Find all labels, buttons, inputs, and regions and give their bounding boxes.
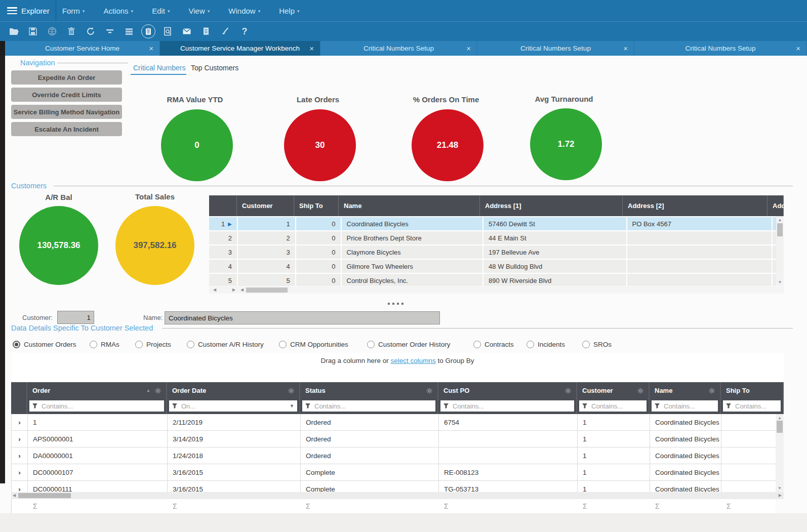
scroll-up-icon[interactable]: ▲	[776, 416, 784, 420]
scrollbar-thumb[interactable]	[246, 288, 288, 293]
hamburger-menu-icon[interactable]	[7, 7, 17, 14]
close-icon[interactable]: ×	[149, 45, 153, 52]
help-question-icon[interactable]: ?	[237, 24, 252, 38]
customer-row[interactable]: 5 5 0 Control Bicycles, Inc. 890 W River…	[209, 274, 784, 286]
customer-field-input[interactable]	[57, 311, 94, 324]
expedite-an-order-button[interactable]: Expedite An Order	[11, 70, 122, 85]
column-options-gear-icon[interactable]	[709, 388, 715, 394]
customers-grid-vertical-scrollbar[interactable]: ▲ ▼	[776, 216, 784, 286]
customer-row[interactable]: 2 2 0 Price Brothers Dept Store 44 E Mai…	[209, 231, 784, 244]
column-header-address-2[interactable]: Address [2]	[623, 195, 768, 216]
tab-customer-service-home[interactable]: Customer Service Home ×	[5, 41, 160, 56]
save-icon[interactable]	[26, 24, 40, 38]
tab-critical-numbers-setup-3[interactable]: Critical Numbers Setup ×	[634, 41, 807, 56]
status-filter-input[interactable]	[302, 400, 435, 412]
select-columns-link[interactable]: select columns	[390, 357, 435, 364]
order-row[interactable]: › APS0000001 3/14/2019 Ordered 1 Coordin…	[12, 431, 784, 447]
close-icon[interactable]: ×	[466, 45, 471, 52]
cust-po-filter-input[interactable]	[440, 400, 574, 412]
orders-grid-vertical-scrollbar[interactable]: ▲ ▼	[776, 414, 784, 492]
menu-help[interactable]: Help▾	[279, 7, 299, 15]
column-options-gear-icon[interactable]	[637, 388, 643, 394]
column-header-status[interactable]: Status	[300, 382, 438, 399]
chevron-down-icon[interactable]: ▼	[290, 403, 294, 408]
row-expand-icon[interactable]: ›	[12, 481, 28, 492]
style-brush-icon[interactable]	[218, 24, 232, 38]
orders-grid-horizontal-scrollbar[interactable]: ◀ ▶	[11, 492, 784, 499]
column-header-address-1[interactable]: Address [1]	[480, 195, 623, 216]
menu-actions[interactable]: Actions▾	[103, 7, 133, 15]
column-options-gear-icon[interactable]	[155, 388, 161, 394]
tab-critical-numbers-setup-1[interactable]: Critical Numbers Setup ×	[320, 41, 477, 56]
customer-row-selected[interactable]: 1▶ 1 0 Coordinated Bicycles 57460 Dewitt…	[209, 217, 784, 230]
tab-customer-service-manager-workbench[interactable]: Customer Service Manager Workbench ×	[160, 41, 320, 56]
column-options-gear-icon[interactable]	[426, 388, 432, 394]
order-filter-input[interactable]	[29, 400, 164, 412]
ship-to-filter-input[interactable]	[723, 400, 781, 412]
scroll-left-icon[interactable]: ◀	[213, 288, 216, 292]
close-icon[interactable]: ×	[796, 45, 800, 52]
scroll-right-icon[interactable]: ▶	[779, 493, 782, 498]
tab-top-customers[interactable]: Top Customers	[191, 64, 238, 72]
row-expand-icon[interactable]: ›	[12, 464, 28, 480]
column-header-order-date[interactable]: Order Date	[167, 382, 300, 399]
order-row[interactable]: › DC00000111 3/16/2015 Complete TG-05371…	[12, 481, 784, 492]
explorer-menu[interactable]: Explorer	[21, 7, 50, 15]
row-expand-icon[interactable]: ›	[12, 431, 28, 447]
name-filter-input[interactable]	[652, 400, 718, 412]
radio-customer-order-history[interactable]: Customer Order History	[367, 341, 451, 348]
column-header-order[interactable]: Order ▲	[27, 382, 167, 399]
scrollbar-thumb[interactable]	[777, 223, 783, 236]
menu-edit[interactable]: Edit▾	[152, 7, 170, 15]
service-billing-method-navigation-button[interactable]: Service Billing Method Navigation	[11, 105, 122, 119]
close-icon[interactable]: ×	[309, 45, 314, 52]
splitter-handle[interactable]	[388, 303, 404, 305]
refresh-icon[interactable]	[84, 24, 98, 38]
close-icon[interactable]: ×	[623, 45, 628, 52]
column-header-customer[interactable]: Customer	[237, 195, 294, 216]
override-credit-limits-button[interactable]: Override Credit Limits	[11, 88, 122, 102]
order-row[interactable]: › DC00000107 3/16/2015 Complete RE-00812…	[12, 464, 784, 481]
column-header-name[interactable]: Name	[650, 382, 721, 399]
row-expand-icon[interactable]: ›	[12, 447, 28, 464]
radio-sros[interactable]: SROs	[582, 341, 612, 348]
scroll-down-icon[interactable]: ▼	[776, 486, 784, 490]
column-header-rownum[interactable]	[209, 195, 237, 216]
column-header-address-3[interactable]: Add	[768, 195, 784, 216]
radio-contracts[interactable]: Contracts	[473, 341, 514, 348]
list-view-icon[interactable]	[122, 24, 136, 38]
menu-form[interactable]: Form▾	[62, 7, 85, 15]
open-folder-icon[interactable]	[7, 24, 21, 38]
filter-rows-icon[interactable]	[103, 24, 117, 38]
column-header-ship-to[interactable]: Ship To	[294, 195, 339, 216]
customer-filter-input[interactable]	[579, 400, 647, 412]
column-header-name[interactable]: Name	[339, 195, 480, 216]
order-row[interactable]: › DA00000001 1/24/2018 Ordered 1 Coordin…	[12, 447, 784, 464]
customers-grid-horizontal-scrollbar[interactable]: ◀ ▶ ◀	[209, 287, 784, 294]
radio-rmas[interactable]: RMAs	[90, 341, 119, 348]
tab-critical-numbers[interactable]: Critical Numbers	[133, 64, 185, 72]
radio-customer-ar-history[interactable]: Customer A/R History	[187, 341, 264, 348]
email-envelope-icon[interactable]	[180, 24, 194, 38]
scroll-left-icon[interactable]: ◀	[13, 493, 16, 498]
network-globe-icon[interactable]	[45, 24, 59, 38]
scrollbar-thumb[interactable]	[777, 421, 783, 433]
print-preview-icon[interactable]	[160, 24, 175, 38]
menu-window[interactable]: Window▾	[228, 7, 260, 15]
radio-projects[interactable]: Projects	[135, 341, 171, 348]
escalate-an-incident-button[interactable]: Escalate An Incident	[11, 122, 122, 136]
scroll-up-icon[interactable]: ▲	[776, 218, 784, 222]
order-date-filter-input[interactable]	[169, 400, 297, 412]
column-options-gear-icon[interactable]	[288, 388, 294, 394]
scrollbar-thumb[interactable]	[18, 493, 71, 498]
radio-incidents[interactable]: Incidents	[527, 341, 565, 348]
delete-trash-icon[interactable]	[64, 24, 78, 38]
radio-crm-opportunities[interactable]: CRM Opportunities	[279, 341, 348, 348]
scroll-down-icon[interactable]: ▼	[776, 280, 784, 284]
group-by-bar[interactable]: Drag a column here or select columns to …	[11, 353, 784, 382]
schedule-clipboard-icon[interactable]	[141, 24, 155, 38]
column-header-cust-po[interactable]: Cust PO	[438, 382, 577, 399]
scroll-right-icon[interactable]: ▶	[232, 288, 235, 292]
invoice-memo-icon[interactable]	[199, 24, 213, 38]
tab-critical-numbers-setup-2[interactable]: Critical Numbers Setup ×	[477, 41, 634, 56]
